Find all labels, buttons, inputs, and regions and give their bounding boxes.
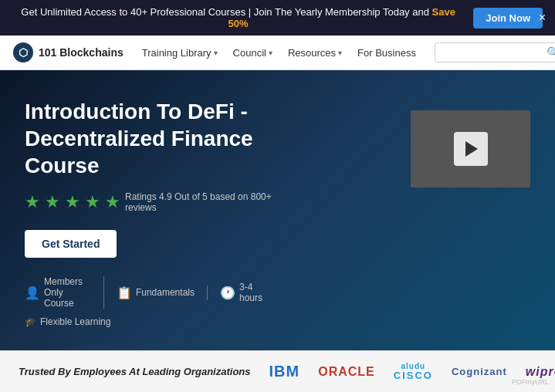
trust-label: Trusted By Employees At Leading Organiza… (19, 366, 251, 377)
star-2: ★ (45, 192, 60, 212)
cognizant-logo: Cognizant (452, 366, 507, 377)
nav-item-council[interactable]: Council ▾ (227, 44, 279, 62)
oracle-logo: ORACLE (318, 365, 375, 379)
nav-item-business[interactable]: For Business (351, 44, 422, 62)
star-4: ★ (85, 192, 100, 212)
svg-text:⬡: ⬡ (19, 46, 28, 59)
banner-join-button[interactable]: Join Now (473, 8, 543, 29)
star-3: ★ (65, 192, 80, 212)
nav-resources-label: Resources (288, 47, 336, 59)
cisco-logo: aludu CISCO (394, 362, 433, 381)
pdf-watermark: PDFmyURL (512, 378, 549, 386)
star-1: ★ (25, 192, 40, 212)
logo-text: 101 Blockchains (39, 46, 124, 59)
meta-fundamentals-label: Fundamentals (136, 287, 195, 298)
nav-business-label: For Business (357, 47, 416, 59)
meta-members: 👤 Members Only Course (25, 276, 104, 309)
clipboard-icon: 📋 (117, 286, 132, 300)
chevron-down-icon: ▾ (214, 49, 218, 57)
chevron-down-icon: ▾ (269, 49, 272, 57)
navbar: ⬡ 101 Blockchains Training Library ▾ Cou… (0, 35, 555, 70)
chevron-down-icon: ▾ (338, 49, 342, 57)
banner-text: Get Unlimited Access to 40+ Professional… (12, 6, 464, 29)
meta-fundamentals: 📋 Fundamentals (117, 286, 208, 300)
nav-item-training[interactable]: Training Library ▾ (136, 44, 224, 62)
search-input[interactable] (442, 47, 542, 59)
star-5: ★ (105, 192, 120, 212)
nav-item-resources[interactable]: Resources ▾ (282, 44, 348, 62)
flexible-learning: 🎓 Flexible Learning (25, 316, 287, 327)
trust-bar: Trusted By Employees At Leading Organiza… (0, 350, 555, 392)
video-player[interactable] (411, 110, 530, 188)
meta-members-label: Members Only Course (44, 276, 91, 309)
nav-training-label: Training Library (142, 47, 212, 59)
star-rating: ★ ★ ★ ★ ★ Ratings 4.9 Out of 5 based on … (25, 191, 287, 213)
search-box[interactable]: 🔍 (435, 42, 555, 63)
logo[interactable]: ⬡ 101 Blockchains (12, 42, 124, 63)
user-icon: 👤 (25, 286, 40, 300)
get-started-button[interactable]: Get Started (25, 230, 117, 258)
logo-icon: ⬡ (12, 42, 34, 63)
meta-duration-label: 3-4 hours (239, 282, 262, 303)
rating-text: Ratings 4.9 Out of 5 based on 800+ revie… (125, 191, 287, 213)
hero-title: Introduction To DeFi - Decentralized Fin… (25, 98, 287, 179)
flexible-label: Flexible Learning (40, 316, 110, 327)
hero-section: Introduction To DeFi - Decentralized Fin… (0, 70, 555, 350)
banner-main-text: Get Unlimited Access to 40+ Professional… (21, 6, 431, 18)
course-meta: 👤 Members Only Course 📋 Fundamentals 🕐 3… (25, 276, 287, 309)
clock-icon: 🕐 (220, 286, 235, 300)
meta-duration: 🕐 3-4 hours (220, 282, 275, 303)
wipro-logo: wipro (526, 365, 555, 379)
ibm-logo: IBM (269, 363, 300, 380)
top-banner: Get Unlimited Access to 40+ Professional… (0, 0, 555, 35)
play-triangle-icon (465, 141, 478, 157)
hero-content: Introduction To DeFi - Decentralized Fin… (25, 98, 287, 327)
nav-links: Training Library ▾ Council ▾ Resources ▾… (136, 44, 422, 62)
search-icon: 🔍 (547, 46, 555, 59)
banner-close-button[interactable]: × (539, 12, 546, 24)
graduation-icon: 🎓 (25, 316, 36, 327)
nav-council-label: Council (233, 47, 266, 59)
play-button[interactable] (454, 132, 488, 166)
